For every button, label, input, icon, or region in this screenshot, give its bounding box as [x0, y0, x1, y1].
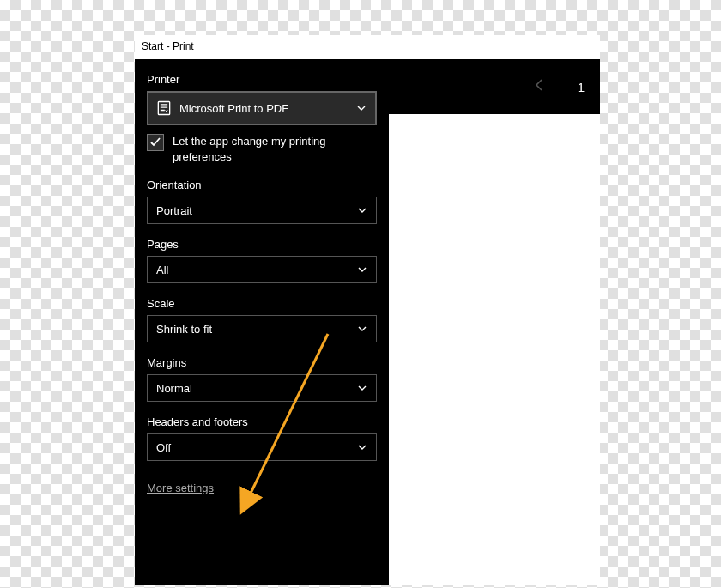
chevron-down-icon: [357, 324, 367, 334]
printer-label: Printer: [147, 73, 377, 86]
margins-label: Margins: [147, 356, 377, 369]
headers-footers-dropdown[interactable]: Off: [147, 433, 377, 461]
print-dialog-window: Start - Print Printer Microsoft Print to…: [135, 35, 600, 585]
settings-panel: Printer Microsoft Print to PDF: [135, 59, 389, 585]
more-settings-link[interactable]: More settings: [147, 482, 214, 494]
scale-dropdown[interactable]: Shrink to fit: [147, 315, 377, 342]
titlebar: Start - Print: [135, 35, 600, 59]
svg-rect-0: [158, 102, 169, 115]
preview-page-area: [389, 114, 600, 585]
prev-page-button[interactable]: [535, 78, 543, 96]
scale-value: Shrink to fit: [156, 323, 212, 336]
scale-label: Scale: [147, 297, 377, 310]
chevron-down-icon: [357, 264, 367, 275]
dialog-body: Printer Microsoft Print to PDF: [135, 59, 600, 585]
chevron-down-icon: [357, 442, 367, 452]
printer-icon: [155, 100, 173, 117]
preferences-checkbox-row: Let the app change my printing preferenc…: [147, 134, 377, 165]
current-page-number: 1: [578, 80, 585, 94]
preferences-checkbox[interactable]: [147, 134, 164, 151]
headers-footers-value: Off: [156, 441, 171, 454]
orientation-value: Portrait: [156, 204, 192, 217]
printer-value: Microsoft Print to PDF: [179, 102, 288, 115]
pages-dropdown[interactable]: All: [147, 256, 377, 283]
margins-dropdown[interactable]: Normal: [147, 374, 377, 402]
printer-dropdown[interactable]: Microsoft Print to PDF: [147, 91, 377, 125]
window-title: Start - Print: [142, 40, 194, 52]
pages-value: All: [156, 264, 168, 276]
page-navigation: 1: [535, 78, 585, 96]
printer-value-wrap: Microsoft Print to PDF: [155, 100, 288, 117]
preferences-checkbox-label: Let the app change my printing preferenc…: [173, 134, 377, 165]
preview-top-bar: 1: [389, 59, 600, 114]
preview-panel: 1: [389, 59, 600, 585]
chevron-down-icon: [357, 383, 367, 393]
headers-footers-label: Headers and footers: [147, 415, 377, 428]
chevron-down-icon: [357, 205, 367, 215]
pages-label: Pages: [147, 238, 377, 251]
orientation-label: Orientation: [147, 179, 377, 191]
margins-value: Normal: [156, 382, 192, 395]
chevron-down-icon: [356, 103, 367, 113]
orientation-dropdown[interactable]: Portrait: [147, 197, 377, 224]
